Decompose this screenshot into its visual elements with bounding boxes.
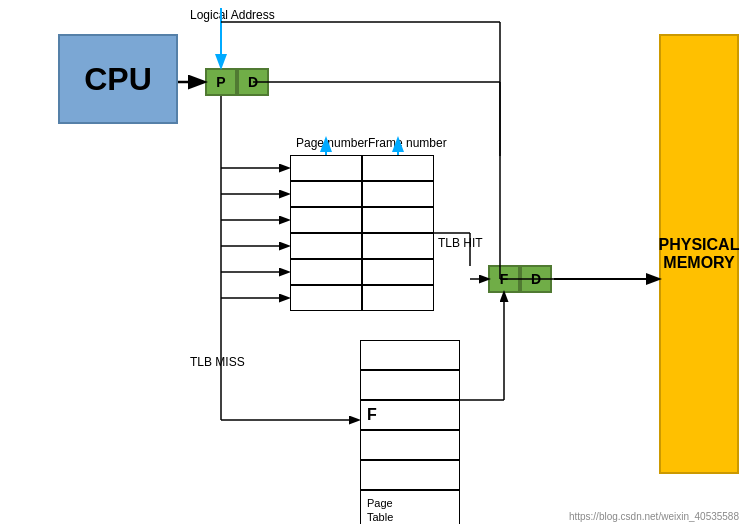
pt-cell [360, 460, 460, 490]
fd-output-container: F D [488, 265, 552, 293]
phys-mem-label-1: PHYSICAL [659, 236, 740, 254]
logical-address-label: Logical Address [190, 8, 275, 22]
tlb-cell [290, 207, 362, 233]
tlb-row [290, 285, 434, 311]
tlb-cell [290, 285, 362, 311]
tlb-miss-label: TLB MISS [190, 355, 245, 369]
tlb-cell [290, 233, 362, 259]
page-table-label: PageTable [367, 496, 393, 524]
tlb-cell [362, 155, 434, 181]
pt-row [360, 430, 460, 460]
tlb-cell [362, 207, 434, 233]
tlb-cell [362, 233, 434, 259]
f-output-box: F [488, 265, 520, 293]
frame-number-label: Frame number [368, 136, 447, 150]
phys-mem-label-2: MEMORY [659, 254, 740, 272]
cpu-box: CPU [58, 34, 178, 124]
diagram-container: CPU PHYSICAL MEMORY Logical Address P D [0, 0, 749, 524]
watermark: https://blog.csdn.net/weixin_40535588 [569, 511, 739, 522]
pt-row [360, 370, 460, 400]
tlb-row [290, 259, 434, 285]
pd-container: P D [205, 68, 269, 96]
pt-row [360, 460, 460, 490]
cpu-label: CPU [84, 61, 152, 98]
tlb-cell [362, 285, 434, 311]
pt-cell [360, 430, 460, 460]
tlb-table [290, 155, 434, 311]
pt-row [360, 340, 460, 370]
pt-row-f: F [360, 400, 460, 430]
pt-row-page-table-label: PageTable [360, 490, 460, 524]
tlb-cell [290, 155, 362, 181]
pt-cell [360, 370, 460, 400]
d-box: D [237, 68, 269, 96]
tlb-cell [362, 259, 434, 285]
physical-memory-box: PHYSICAL MEMORY [659, 34, 739, 474]
tlb-cell [362, 181, 434, 207]
tlb-cell [290, 259, 362, 285]
tlb-row [290, 207, 434, 233]
pt-cell-f: F [360, 400, 460, 430]
page-number-label: Page number [296, 136, 368, 150]
tlb-hit-label: TLB HIT [438, 236, 483, 250]
tlb-header-row [290, 155, 434, 181]
tlb-cell [290, 181, 362, 207]
tlb-row [290, 233, 434, 259]
page-table: F PageTable [360, 340, 460, 524]
tlb-row [290, 181, 434, 207]
p-box: P [205, 68, 237, 96]
pt-cell-label: PageTable [360, 490, 460, 524]
d-output-box: D [520, 265, 552, 293]
f-in-table-label: F [367, 406, 377, 424]
pt-cell [360, 340, 460, 370]
